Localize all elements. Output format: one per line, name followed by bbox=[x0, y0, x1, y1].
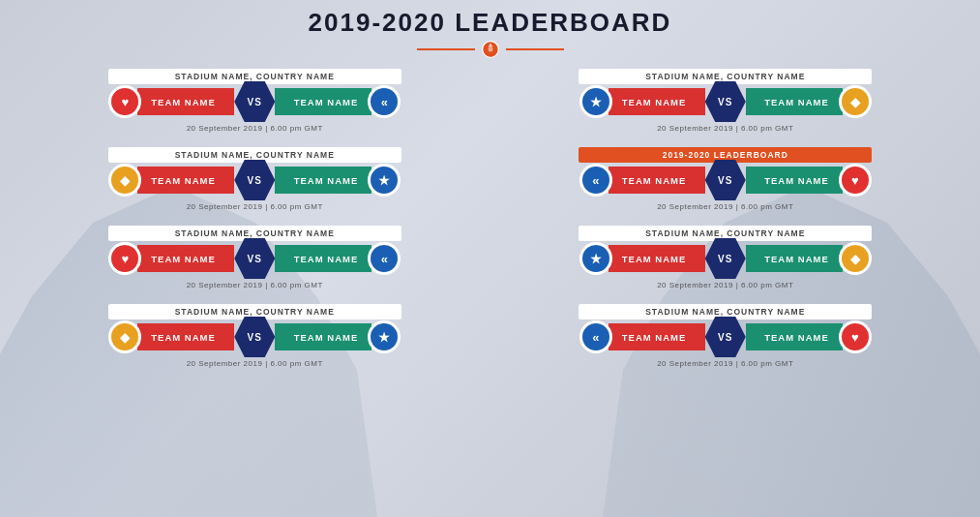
match-card-m6: STADIUM NAME, COUNTRY NAME ★ TEAM NAME V… bbox=[500, 224, 952, 292]
match-body-m7: ◆ TEAM NAME VS TEAM NAME ★ bbox=[29, 317, 481, 357]
right-team-bar-m6: TEAM NAME bbox=[746, 245, 843, 272]
right-team-bar-m8: TEAM NAME bbox=[746, 323, 843, 350]
right-badge-m7: ★ bbox=[368, 320, 401, 353]
svg-point-2 bbox=[488, 47, 492, 52]
left-team-bar-m7: TEAM NAME bbox=[137, 323, 234, 350]
match-card-m1: STADIUM NAME, COUNTRY NAME ♥ TEAM NAME V… bbox=[29, 67, 481, 136]
left-team-bar-m8: TEAM NAME bbox=[609, 323, 705, 350]
match-datetime-m6: 20 September 2019 | 6.00 pm GMT bbox=[500, 281, 952, 289]
match-card-m3: STADIUM NAME, COUNTRY NAME ◆ TEAM NAME V… bbox=[29, 145, 481, 214]
match-card-m8: STADIUM NAME, COUNTRY NAME « TEAM NAME V… bbox=[500, 302, 952, 371]
match-body-m8: « TEAM NAME VS TEAM NAME ♥ bbox=[500, 317, 952, 357]
left-badge-m7: ◆ bbox=[108, 320, 141, 353]
vs-hex-m7: VS bbox=[234, 317, 275, 357]
match-datetime-m7: 20 September 2019 | 6.00 pm GMT bbox=[29, 359, 481, 368]
title-decoration bbox=[29, 40, 951, 59]
right-team-bar-m7: TEAM NAME bbox=[275, 323, 371, 350]
right-badge-m3: ★ bbox=[368, 164, 401, 197]
main-content: 2019-2020 LEADERBOARD STADIUM NAME, COUN… bbox=[0, 0, 980, 517]
match-body-m5: ♥ TEAM NAME VS TEAM NAME « bbox=[29, 238, 481, 279]
left-badge-m6: ★ bbox=[579, 242, 612, 275]
left-team-bar-m5: TEAM NAME bbox=[137, 245, 234, 272]
vs-hex-m4: VS bbox=[705, 160, 746, 200]
match-body-m1: ♥ TEAM NAME VS TEAM NAME « bbox=[29, 81, 481, 122]
match-card-m4: 2019-2020 LEADERBOARD « TEAM NAME VS TEA… bbox=[500, 145, 952, 214]
right-team-bar-m2: TEAM NAME bbox=[746, 88, 843, 115]
left-badge-m4: « bbox=[579, 164, 612, 197]
match-card-m2: STADIUM NAME, COUNTRY NAME ★ TEAM NAME V… bbox=[500, 67, 952, 136]
vs-hex-m6: VS bbox=[705, 238, 746, 279]
left-badge-m1: ♥ bbox=[108, 85, 141, 118]
left-team-bar-m6: TEAM NAME bbox=[609, 245, 705, 272]
left-badge-m3: ◆ bbox=[108, 164, 141, 197]
soccer-ball-icon bbox=[481, 40, 500, 59]
match-card-m7: STADIUM NAME, COUNTRY NAME ◆ TEAM NAME V… bbox=[29, 302, 481, 371]
left-team-bar-m1: TEAM NAME bbox=[137, 88, 234, 115]
vs-hex-m8: VS bbox=[705, 317, 746, 357]
right-team-bar-m3: TEAM NAME bbox=[275, 167, 371, 194]
right-badge-m4: ♥ bbox=[839, 164, 872, 197]
left-team-bar-m3: TEAM NAME bbox=[137, 167, 234, 194]
page-title: 2019-2020 LEADERBOARD bbox=[29, 8, 951, 38]
left-team-bar-m4: TEAM NAME bbox=[609, 167, 705, 194]
match-datetime-m5: 20 September 2019 | 6.00 pm GMT bbox=[29, 281, 481, 289]
vs-hex-m1: VS bbox=[234, 81, 275, 122]
match-datetime-m1: 20 September 2019 | 6.00 pm GMT bbox=[29, 124, 481, 133]
match-datetime-m2: 20 September 2019 | 6.00 pm GMT bbox=[500, 124, 952, 133]
match-card-m5: STADIUM NAME, COUNTRY NAME ♥ TEAM NAME V… bbox=[29, 224, 481, 292]
right-badge-m8: ♥ bbox=[839, 320, 872, 353]
match-body-m3: ◆ TEAM NAME VS TEAM NAME ★ bbox=[29, 160, 481, 200]
title-line-left bbox=[417, 48, 475, 50]
left-badge-m2: ★ bbox=[579, 85, 612, 118]
right-badge-m6: ◆ bbox=[839, 242, 872, 275]
vs-hex-m3: VS bbox=[234, 160, 275, 200]
right-badge-m2: ◆ bbox=[839, 85, 872, 118]
match-body-m6: ★ TEAM NAME VS TEAM NAME ◆ bbox=[500, 238, 952, 279]
match-body-m2: ★ TEAM NAME VS TEAM NAME ◆ bbox=[500, 81, 952, 122]
left-badge-m5: ♥ bbox=[108, 242, 141, 275]
right-team-bar-m1: TEAM NAME bbox=[275, 88, 371, 115]
matches-grid: STADIUM NAME, COUNTRY NAME ♥ TEAM NAME V… bbox=[29, 67, 951, 371]
match-datetime-m8: 20 September 2019 | 6.00 pm GMT bbox=[500, 359, 952, 368]
left-badge-m8: « bbox=[579, 320, 612, 353]
match-datetime-m3: 20 September 2019 | 6.00 pm GMT bbox=[29, 202, 481, 211]
right-team-bar-m5: TEAM NAME bbox=[275, 245, 371, 272]
vs-hex-m2: VS bbox=[705, 81, 746, 122]
match-datetime-m4: 20 September 2019 | 6.00 pm GMT bbox=[500, 202, 952, 211]
match-body-m4: « TEAM NAME VS TEAM NAME ♥ bbox=[500, 160, 952, 200]
right-badge-m1: « bbox=[368, 85, 401, 118]
right-team-bar-m4: TEAM NAME bbox=[746, 167, 843, 194]
left-team-bar-m2: TEAM NAME bbox=[609, 88, 705, 115]
right-badge-m5: « bbox=[368, 242, 401, 275]
vs-hex-m5: VS bbox=[234, 238, 275, 279]
title-line-right bbox=[506, 48, 564, 50]
